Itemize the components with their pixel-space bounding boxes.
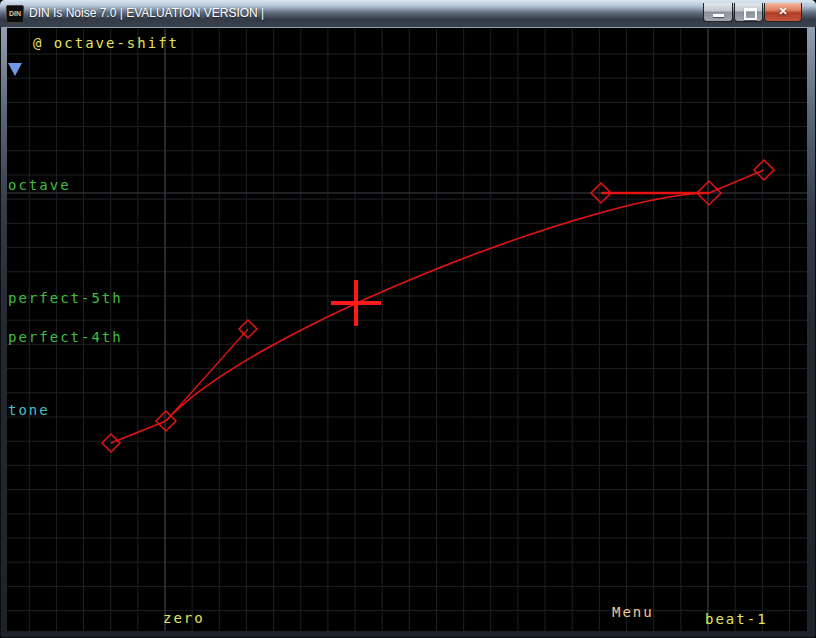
screen: DIN DIN Is Noise 7.0 | EVALUATION VERSIO… (0, 0, 816, 638)
drone-triangle-marker[interactable] (8, 63, 22, 76)
titlebar[interactable]: DIN DIN Is Noise 7.0 | EVALUATION VERSIO… (0, 0, 816, 27)
minimize-button[interactable] (703, 3, 733, 22)
menu-button[interactable]: Menu (612, 604, 654, 620)
curve-svg[interactable] (7, 29, 807, 631)
close-icon: ✕ (765, 5, 801, 18)
window-controls: ✕ (703, 3, 802, 22)
app-icon: DIN (6, 5, 24, 23)
maximize-button[interactable] (734, 3, 763, 22)
maximize-icon (744, 8, 757, 20)
pitch-label-perfect-4th: perfect-4th (8, 329, 123, 345)
window-title: DIN Is Noise 7.0 | EVALUATION VERSION | (29, 6, 264, 20)
curve-segment (166, 193, 709, 421)
minimize-icon (713, 14, 724, 17)
app-window: DIN DIN Is Noise 7.0 | EVALUATION VERSIO… (0, 0, 816, 638)
pitch-label-tone: tone (8, 402, 50, 418)
curve-segment (166, 329, 248, 421)
close-button[interactable]: ✕ (764, 3, 802, 22)
curve-editor-canvas[interactable]: @ octave-shift octave perfect-5th perfec… (7, 28, 807, 631)
curve-segment (111, 421, 166, 443)
editor-header-label: @ octave-shift (33, 35, 179, 51)
pitch-label-octave: octave (8, 177, 71, 193)
x-axis-label-zero: zero (163, 610, 205, 626)
x-axis-label-beat-1[interactable]: beat-1 (705, 611, 768, 627)
pitch-label-perfect-5th: perfect-5th (8, 290, 123, 306)
